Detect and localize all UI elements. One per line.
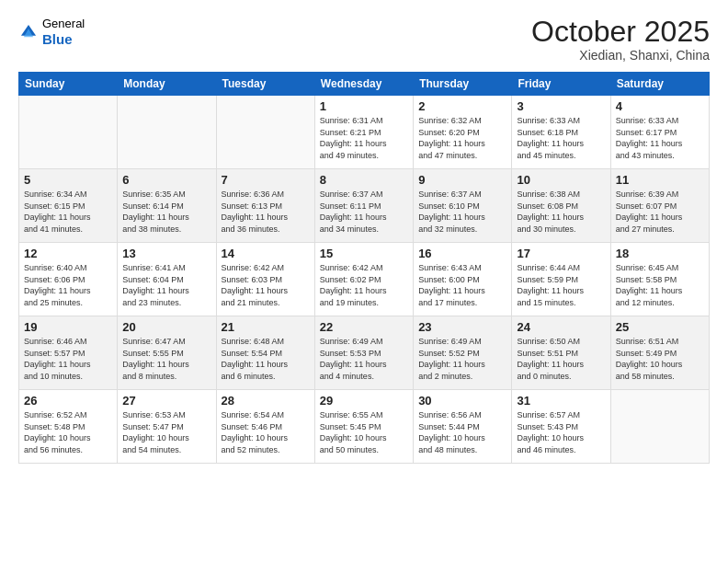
day-info: Sunrise: 6:42 AM Sunset: 6:03 PM Dayligh… <box>222 262 310 308</box>
calendar-cell <box>19 96 118 169</box>
day-info: Sunrise: 6:47 AM Sunset: 5:55 PM Dayligh… <box>122 336 210 382</box>
calendar-cell: 21Sunrise: 6:48 AM Sunset: 5:54 PM Dayli… <box>216 316 314 390</box>
calendar-cell: 2Sunrise: 6:32 AM Sunset: 6:20 PM Daylig… <box>414 96 512 169</box>
calendar-cell: 22Sunrise: 6:49 AM Sunset: 5:53 PM Dayli… <box>314 316 413 390</box>
calendar-cell: 13Sunrise: 6:41 AM Sunset: 6:04 PM Dayli… <box>118 243 216 316</box>
day-info: Sunrise: 6:34 AM Sunset: 6:15 PM Dayligh… <box>24 189 112 235</box>
calendar-cell: 17Sunrise: 6:44 AM Sunset: 5:59 PM Dayli… <box>512 243 610 316</box>
day-info: Sunrise: 6:48 AM Sunset: 5:54 PM Dayligh… <box>222 336 310 382</box>
day-number: 6 <box>122 173 210 187</box>
day-number: 11 <box>616 173 704 187</box>
calendar-cell: 23Sunrise: 6:49 AM Sunset: 5:52 PM Dayli… <box>414 316 512 390</box>
day-number: 29 <box>320 394 408 408</box>
calendar-cell: 4Sunrise: 6:33 AM Sunset: 6:17 PM Daylig… <box>610 96 709 169</box>
day-number: 30 <box>418 394 506 408</box>
title-block: October 2025 Xiedian, Shanxi, China <box>531 17 710 63</box>
day-number: 25 <box>616 320 704 334</box>
day-info: Sunrise: 6:50 AM Sunset: 5:51 PM Dayligh… <box>517 336 605 382</box>
day-number: 28 <box>222 394 310 408</box>
day-number: 23 <box>418 320 506 334</box>
day-info: Sunrise: 6:53 AM Sunset: 5:47 PM Dayligh… <box>122 409 210 455</box>
day-info: Sunrise: 6:44 AM Sunset: 5:59 PM Dayligh… <box>517 262 605 308</box>
day-number: 9 <box>418 173 506 187</box>
day-number: 19 <box>24 320 112 334</box>
day-number: 3 <box>517 99 605 113</box>
calendar-cell: 6Sunrise: 6:35 AM Sunset: 6:14 PM Daylig… <box>118 169 216 243</box>
calendar-cell: 3Sunrise: 6:33 AM Sunset: 6:18 PM Daylig… <box>512 96 610 169</box>
day-info: Sunrise: 6:57 AM Sunset: 5:43 PM Dayligh… <box>517 409 605 455</box>
day-info: Sunrise: 6:41 AM Sunset: 6:04 PM Dayligh… <box>122 262 210 308</box>
calendar-cell: 1Sunrise: 6:31 AM Sunset: 6:21 PM Daylig… <box>314 96 413 169</box>
day-info: Sunrise: 6:51 AM Sunset: 5:49 PM Dayligh… <box>616 336 704 382</box>
day-info: Sunrise: 6:31 AM Sunset: 6:21 PM Dayligh… <box>320 115 408 161</box>
day-number: 31 <box>517 394 605 408</box>
calendar-cell: 19Sunrise: 6:46 AM Sunset: 5:57 PM Dayli… <box>19 316 118 390</box>
calendar-week-row: 1Sunrise: 6:31 AM Sunset: 6:21 PM Daylig… <box>19 96 710 169</box>
calendar-header-row: SundayMondayTuesdayWednesdayThursdayFrid… <box>19 73 710 96</box>
calendar-day-header: Saturday <box>610 73 709 96</box>
calendar-cell <box>610 390 709 464</box>
day-number: 12 <box>24 247 112 260</box>
calendar-cell: 15Sunrise: 6:42 AM Sunset: 6:02 PM Dayli… <box>314 243 413 316</box>
calendar-cell: 26Sunrise: 6:52 AM Sunset: 5:48 PM Dayli… <box>19 390 118 464</box>
day-info: Sunrise: 6:46 AM Sunset: 5:57 PM Dayligh… <box>24 336 112 382</box>
day-number: 24 <box>517 320 605 334</box>
location: Xiedian, Shanxi, China <box>531 48 710 63</box>
month-title: October 2025 <box>531 17 710 46</box>
calendar-day-header: Sunday <box>19 73 118 96</box>
day-number: 21 <box>222 320 310 334</box>
day-info: Sunrise: 6:33 AM Sunset: 6:17 PM Dayligh… <box>616 115 704 161</box>
logo-blue: Blue <box>42 31 85 48</box>
day-info: Sunrise: 6:37 AM Sunset: 6:11 PM Dayligh… <box>320 189 408 235</box>
calendar-day-header: Thursday <box>414 73 512 96</box>
calendar-cell: 7Sunrise: 6:36 AM Sunset: 6:13 PM Daylig… <box>216 169 314 243</box>
calendar-cell: 18Sunrise: 6:45 AM Sunset: 5:58 PM Dayli… <box>610 243 709 316</box>
day-number: 5 <box>24 173 112 187</box>
day-number: 14 <box>222 247 310 260</box>
day-info: Sunrise: 6:49 AM Sunset: 5:53 PM Dayligh… <box>320 336 408 382</box>
calendar-week-row: 12Sunrise: 6:40 AM Sunset: 6:06 PM Dayli… <box>19 243 710 316</box>
calendar-cell: 29Sunrise: 6:55 AM Sunset: 5:45 PM Dayli… <box>314 390 413 464</box>
day-info: Sunrise: 6:43 AM Sunset: 6:00 PM Dayligh… <box>418 262 506 308</box>
day-info: Sunrise: 6:45 AM Sunset: 5:58 PM Dayligh… <box>616 262 704 308</box>
calendar-week-row: 26Sunrise: 6:52 AM Sunset: 5:48 PM Dayli… <box>19 390 710 464</box>
day-number: 7 <box>222 173 310 187</box>
logo: General Blue <box>18 17 85 48</box>
page: General Blue October 2025 Xiedian, Shanx… <box>0 0 728 563</box>
day-number: 27 <box>122 394 210 408</box>
day-number: 8 <box>320 173 408 187</box>
day-number: 1 <box>320 99 408 113</box>
calendar-cell: 27Sunrise: 6:53 AM Sunset: 5:47 PM Dayli… <box>118 390 216 464</box>
calendar: SundayMondayTuesdayWednesdayThursdayFrid… <box>18 72 710 464</box>
calendar-cell: 30Sunrise: 6:56 AM Sunset: 5:44 PM Dayli… <box>414 390 512 464</box>
calendar-cell: 8Sunrise: 6:37 AM Sunset: 6:11 PM Daylig… <box>314 169 413 243</box>
calendar-day-header: Tuesday <box>216 73 314 96</box>
day-info: Sunrise: 6:56 AM Sunset: 5:44 PM Dayligh… <box>418 409 506 455</box>
calendar-cell: 5Sunrise: 6:34 AM Sunset: 6:15 PM Daylig… <box>19 169 118 243</box>
day-number: 13 <box>122 247 210 260</box>
day-info: Sunrise: 6:32 AM Sunset: 6:20 PM Dayligh… <box>418 115 506 161</box>
day-number: 18 <box>616 247 704 260</box>
day-number: 15 <box>320 247 408 260</box>
day-number: 16 <box>418 247 506 260</box>
day-info: Sunrise: 6:55 AM Sunset: 5:45 PM Dayligh… <box>320 409 408 455</box>
calendar-cell <box>216 96 314 169</box>
day-info: Sunrise: 6:40 AM Sunset: 6:06 PM Dayligh… <box>24 262 112 308</box>
day-info: Sunrise: 6:54 AM Sunset: 5:46 PM Dayligh… <box>222 409 310 455</box>
calendar-cell: 25Sunrise: 6:51 AM Sunset: 5:49 PM Dayli… <box>610 316 709 390</box>
day-number: 17 <box>517 247 605 260</box>
day-info: Sunrise: 6:36 AM Sunset: 6:13 PM Dayligh… <box>222 189 310 235</box>
calendar-week-row: 19Sunrise: 6:46 AM Sunset: 5:57 PM Dayli… <box>19 316 710 390</box>
day-number: 20 <box>122 320 210 334</box>
calendar-cell: 28Sunrise: 6:54 AM Sunset: 5:46 PM Dayli… <box>216 390 314 464</box>
day-info: Sunrise: 6:37 AM Sunset: 6:10 PM Dayligh… <box>418 189 506 235</box>
calendar-day-header: Wednesday <box>314 73 413 96</box>
day-info: Sunrise: 6:42 AM Sunset: 6:02 PM Dayligh… <box>320 262 408 308</box>
calendar-day-header: Friday <box>512 73 610 96</box>
day-number: 2 <box>418 99 506 113</box>
day-number: 10 <box>517 173 605 187</box>
calendar-cell <box>118 96 216 169</box>
calendar-cell: 9Sunrise: 6:37 AM Sunset: 6:10 PM Daylig… <box>414 169 512 243</box>
calendar-cell: 24Sunrise: 6:50 AM Sunset: 5:51 PM Dayli… <box>512 316 610 390</box>
logo-text: General Blue <box>42 17 85 48</box>
